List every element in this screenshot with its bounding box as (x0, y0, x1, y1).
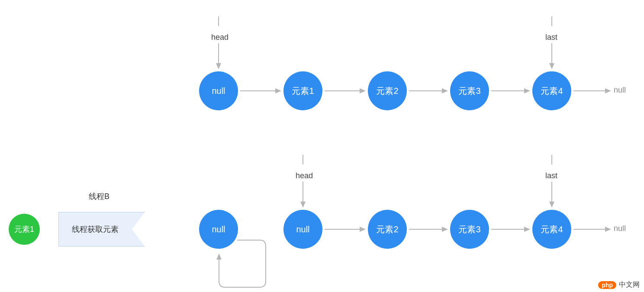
node-row1-3: 元素3 (450, 71, 489, 110)
null-end-row1: null (614, 86, 626, 95)
node-row1-2: 元素2 (368, 71, 407, 110)
last-label-row1: last (545, 33, 557, 42)
node-row2-4: 元素4 (532, 210, 571, 249)
node-text: 元素4 (541, 85, 563, 97)
node-row1-1: 元素1 (283, 71, 322, 110)
thread-action-text: 线程获取元素 (72, 224, 119, 234)
node-text: 元素4 (541, 224, 563, 235)
thread-action-box: 线程获取元素 (58, 212, 145, 247)
head-label-row1: head (211, 33, 229, 42)
node-text: 元素1 (14, 224, 34, 234)
node-text: 元素3 (458, 85, 480, 97)
diagram-stage: head last null 元素1 元素2 元素3 元素4 null head… (0, 0, 644, 292)
null-end-row2: null (614, 224, 626, 233)
last-label-row2: last (545, 171, 557, 180)
node-text: 元素1 (292, 85, 314, 97)
node-row2-3: 元素3 (450, 210, 489, 249)
node-row1-4: 元素4 (532, 71, 571, 110)
node-text: 元素2 (376, 224, 398, 235)
thread-result-node: 元素1 (9, 214, 40, 245)
node-text: null (212, 225, 225, 234)
head-label-row2: head (296, 171, 313, 180)
node-row2-2: 元素2 (368, 210, 407, 249)
node-row2-0: null (199, 210, 238, 249)
node-text: 元素2 (376, 85, 398, 97)
node-row1-0: null (199, 71, 238, 110)
thread-label: 线程B (89, 191, 109, 202)
node-row2-1: null (283, 210, 322, 249)
node-text: 元素3 (458, 224, 480, 235)
watermark-site: 中文网 (619, 280, 640, 289)
node-text: null (212, 86, 225, 96)
node-text: null (296, 225, 309, 234)
watermark: php 中文网 (598, 280, 640, 289)
watermark-brand: php (598, 281, 616, 289)
